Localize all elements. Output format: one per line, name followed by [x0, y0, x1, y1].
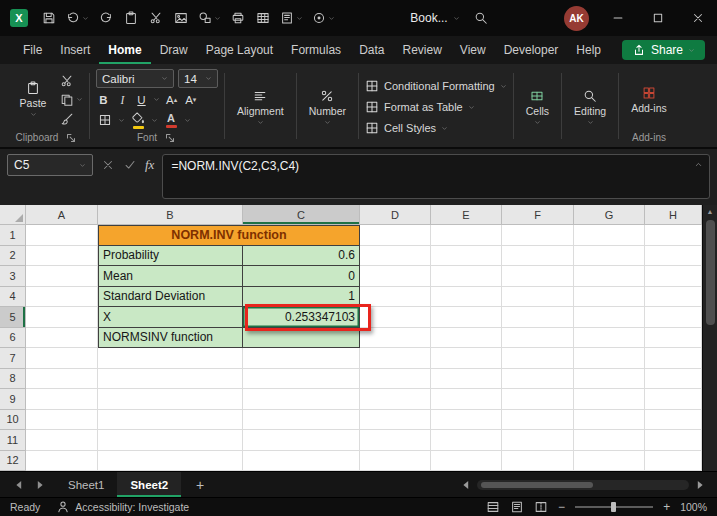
normal-view-icon[interactable] [486, 500, 500, 514]
zoom-slider-thumb[interactable] [611, 502, 616, 512]
avatar[interactable]: AK [564, 6, 589, 31]
cell-D8[interactable] [360, 369, 431, 390]
cell-F7[interactable] [502, 348, 574, 369]
column-header-A[interactable]: A [26, 205, 98, 225]
cell-G10[interactable] [574, 410, 645, 431]
share-button[interactable]: Share [622, 40, 705, 60]
document-title[interactable]: Book... [402, 8, 467, 28]
cell-A10[interactable] [26, 410, 98, 431]
row-header-5[interactable]: 5 [0, 307, 26, 328]
column-header-H[interactable]: H [645, 205, 702, 225]
zoom-out-button[interactable]: − [558, 500, 565, 514]
alignment-button[interactable]: Alignment [231, 69, 290, 145]
styles-item-cell-styles[interactable]: Cell Styles [365, 119, 507, 137]
cell-A11[interactable] [26, 430, 98, 451]
column-header-G[interactable]: G [574, 205, 645, 225]
cell-D10[interactable] [360, 410, 431, 431]
scroll-left-icon[interactable] [459, 478, 473, 492]
cell-D11[interactable] [360, 430, 431, 451]
zoom-in-button[interactable]: + [663, 500, 670, 514]
shapes-icon[interactable] [195, 6, 224, 30]
cell-H1[interactable] [645, 225, 702, 246]
cell-B4[interactable]: Standard Deviation [98, 287, 243, 308]
row-header-2[interactable]: 2 [0, 246, 26, 267]
redo-icon[interactable] [95, 6, 117, 30]
cell-B1[interactable]: NORM.INV function [98, 225, 360, 246]
cell-H5[interactable] [645, 307, 702, 328]
cell-F2[interactable] [502, 246, 574, 267]
cell-H2[interactable] [645, 246, 702, 267]
cell-F1[interactable] [502, 225, 574, 246]
format-painter-button[interactable] [60, 111, 83, 126]
cell-C2[interactable]: 0.6 [243, 246, 360, 267]
cell-C9[interactable] [243, 389, 360, 410]
cell-B9[interactable] [98, 389, 243, 410]
cell-D1[interactable] [360, 225, 431, 246]
row-header-6[interactable]: 6 [0, 328, 26, 349]
cell-G6[interactable] [574, 328, 645, 349]
column-header-E[interactable]: E [431, 205, 502, 225]
tab-review[interactable]: Review [393, 36, 450, 64]
formula-input[interactable]: =NORM.INV(C2,C3,C4) [162, 154, 710, 199]
cell-D4[interactable] [360, 287, 431, 308]
underline-button[interactable]: U [134, 91, 149, 108]
increase-font-size-button[interactable]: A▴ [164, 91, 179, 108]
tab-help[interactable]: Help [567, 36, 610, 64]
printer-icon[interactable] [227, 6, 249, 30]
horizontal-scrollbar-track[interactable] [477, 480, 689, 490]
cell-B8[interactable] [98, 369, 243, 390]
clipboard-icon[interactable] [120, 6, 142, 30]
horizontal-scrollbar[interactable] [459, 478, 713, 492]
cell-C12[interactable] [243, 451, 360, 472]
column-header-B[interactable]: B [98, 205, 243, 225]
enter-check-icon[interactable] [123, 158, 137, 172]
editing-button[interactable]: Editing [568, 69, 612, 145]
tab-developer[interactable]: Developer [495, 36, 568, 64]
font-size-select[interactable]: 14 [178, 69, 218, 88]
cells-button[interactable]: Cells [520, 69, 555, 145]
horizontal-scrollbar-thumb[interactable] [481, 482, 593, 488]
cell-D12[interactable] [360, 451, 431, 472]
cell-A8[interactable] [26, 369, 98, 390]
cell-E1[interactable] [431, 225, 502, 246]
decrease-font-size-button[interactable]: A▾ [183, 91, 198, 108]
table-icon[interactable] [252, 6, 274, 30]
cell-D2[interactable] [360, 246, 431, 267]
cell-A3[interactable] [26, 266, 98, 287]
clipboard-dialog-launcher-icon[interactable] [64, 131, 78, 145]
addins-button[interactable]: Add-ins [625, 69, 673, 130]
cell-B2[interactable]: Probability [98, 246, 243, 267]
cell-B10[interactable] [98, 410, 243, 431]
cancel-icon[interactable] [101, 158, 115, 172]
page-layout-view-icon[interactable] [510, 500, 524, 514]
cell-E12[interactable] [431, 451, 502, 472]
tab-page-layout[interactable]: Page Layout [197, 36, 282, 64]
zoom-slider[interactable] [575, 506, 653, 508]
cell-A5[interactable] [26, 307, 98, 328]
cell-G2[interactable] [574, 246, 645, 267]
vertical-scrollbar[interactable]: ▲ [702, 205, 717, 471]
cell-G4[interactable] [574, 287, 645, 308]
cell-H6[interactable] [645, 328, 702, 349]
cell-H10[interactable] [645, 410, 702, 431]
new-sheet-button[interactable]: + [189, 475, 211, 495]
sheet-tab-sheet2[interactable]: Sheet2 [117, 472, 181, 497]
tab-home[interactable]: Home [99, 36, 150, 64]
cell-H9[interactable] [645, 389, 702, 410]
page-break-view-icon[interactable] [534, 500, 548, 514]
scroll-right-icon[interactable] [693, 478, 707, 492]
record-icon[interactable] [309, 6, 338, 30]
cell-G11[interactable] [574, 430, 645, 451]
macro-icon[interactable] [277, 6, 306, 30]
tab-draw[interactable]: Draw [151, 36, 197, 64]
cell-D3[interactable] [360, 266, 431, 287]
row-header-11[interactable]: 11 [0, 430, 26, 451]
cell-E4[interactable] [431, 287, 502, 308]
cell-B6[interactable]: NORMSINV function [98, 328, 243, 349]
cell-F11[interactable] [502, 430, 574, 451]
cell-H3[interactable] [645, 266, 702, 287]
tab-view[interactable]: View [451, 36, 495, 64]
cell-E11[interactable] [431, 430, 502, 451]
zoom-level[interactable]: 100% [680, 501, 707, 513]
italic-button[interactable]: I [115, 91, 130, 108]
